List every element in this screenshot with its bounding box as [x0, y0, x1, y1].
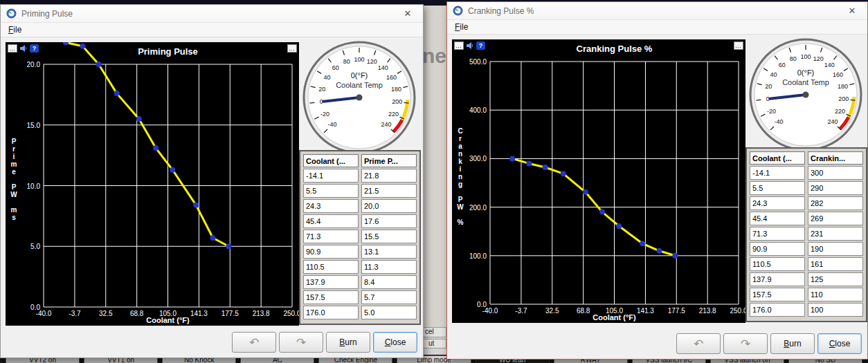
cranking-pulse-chart[interactable]: -40.0-3.732.568.8105.0141.3177.5213.8250…: [452, 39, 745, 323]
svg-text:141.3: 141.3: [190, 310, 208, 317]
svg-text:250.0: 250.0: [283, 310, 299, 317]
table-cell[interactable]: 290: [808, 181, 863, 195]
burn-button[interactable]: Burn: [770, 333, 815, 354]
svg-text:Priming Pulse: Priming Pulse: [138, 46, 198, 57]
app-icon: [453, 6, 463, 16]
menu-file[interactable]: File: [452, 22, 471, 32]
table-header: Coolant (...: [303, 154, 359, 167]
svg-text:200: 200: [838, 95, 849, 102]
table-cell[interactable]: 8.4: [361, 275, 417, 289]
undo-button[interactable]: ↶: [232, 332, 276, 353]
chart-menu-icon[interactable]: …: [287, 44, 297, 53]
svg-text:213.8: 213.8: [253, 310, 270, 317]
svg-text:220: 220: [388, 111, 399, 118]
svg-text:Cranking Pulse %: Cranking Pulse %: [577, 44, 653, 54]
table-cell[interactable]: 231: [808, 227, 863, 241]
speaker-icon[interactable]: [466, 41, 474, 50]
svg-text:180: 180: [391, 86, 401, 93]
table-cell[interactable]: 100: [808, 303, 863, 317]
table-cell[interactable]: 45.4: [303, 214, 359, 228]
close-icon[interactable]: ✕: [398, 8, 417, 19]
background-partial-button[interactable]: ut: [423, 339, 446, 348]
table-cell[interactable]: 71.3: [750, 227, 805, 241]
table-cell[interactable]: 15.5: [361, 230, 417, 243]
svg-text:80: 80: [790, 55, 797, 62]
svg-text:W: W: [10, 191, 17, 198]
priming-pulse-chart[interactable]: -40.0-3.732.568.8105.0141.3177.5213.8250…: [6, 42, 299, 326]
table-cell[interactable]: 13.1: [361, 245, 417, 259]
titlebar[interactable]: Priming Pulse ✕: [1, 5, 423, 23]
help-icon[interactable]: ?: [30, 44, 39, 53]
speaker-icon[interactable]: [19, 44, 28, 53]
table-cell[interactable]: 90.9: [750, 242, 805, 256]
help-icon[interactable]: ?: [476, 41, 485, 50]
table-cell[interactable]: 17.6: [361, 214, 417, 228]
close-icon[interactable]: ✕: [842, 6, 862, 16]
table-cell[interactable]: 110: [808, 288, 863, 301]
svg-text:-20: -20: [320, 111, 329, 118]
table-cell[interactable]: 125: [808, 272, 863, 286]
titlebar[interactable]: Cranking Pulse % ✕: [447, 2, 867, 20]
redo-button[interactable]: ↷: [279, 332, 323, 353]
menubar: File: [447, 20, 867, 35]
table-cell[interactable]: 137.9: [750, 272, 805, 286]
burn-button[interactable]: Burn: [326, 332, 370, 353]
table-cell[interactable]: 71.3: [303, 230, 359, 243]
svg-text:32.5: 32.5: [99, 310, 113, 317]
detach-chart-icon[interactable]: …: [8, 44, 17, 53]
table-cell[interactable]: 176.0: [750, 303, 805, 317]
table-cell[interactable]: 11.3: [361, 260, 417, 274]
svg-text:m: m: [11, 206, 17, 214]
table-cell[interactable]: 282: [808, 196, 863, 210]
table-cell[interactable]: 21.5: [361, 184, 417, 198]
table-cell[interactable]: 5.7: [361, 290, 417, 304]
table-cell[interactable]: 45.4: [750, 212, 805, 225]
svg-text:W: W: [457, 203, 464, 211]
table-cell[interactable]: 269: [808, 212, 863, 225]
table-cell[interactable]: 90.9: [303, 245, 359, 259]
table-cell[interactable]: 5.0: [361, 306, 417, 319]
table-cell[interactable]: 20.0: [361, 199, 417, 213]
dialog-buttons: ↶ ↷ Burn Close: [676, 333, 862, 354]
close-button[interactable]: Close: [373, 332, 417, 353]
svg-text:-3.7: -3.7: [69, 310, 81, 317]
redo-icon: ↷: [296, 335, 306, 350]
table-cell[interactable]: 5.5: [750, 181, 805, 195]
svg-text:-40: -40: [775, 118, 784, 125]
svg-text:Coolant (°F): Coolant (°F): [146, 316, 190, 324]
svg-text:180: 180: [838, 83, 848, 90]
detach-chart-icon[interactable]: …: [454, 41, 464, 50]
table-cell[interactable]: 110.5: [303, 260, 359, 274]
table-cell[interactable]: 5.5: [303, 184, 359, 198]
svg-text:-3.7: -3.7: [515, 307, 527, 315]
close-button[interactable]: Close: [817, 333, 862, 354]
table-cell[interactable]: 24.3: [303, 199, 359, 213]
table-cell[interactable]: 190: [808, 242, 863, 256]
redo-button[interactable]: ↷: [723, 333, 768, 354]
table-cell[interactable]: 300: [808, 166, 863, 180]
menu-file[interactable]: File: [6, 25, 24, 35]
table-cell[interactable]: 161: [808, 257, 863, 271]
table-cell[interactable]: 24.3: [750, 196, 805, 210]
svg-text:k: k: [458, 158, 462, 165]
svg-text:Coolant Temp: Coolant Temp: [782, 78, 829, 86]
table-cell[interactable]: 110.5: [750, 257, 805, 271]
svg-text:60: 60: [332, 64, 339, 71]
svg-text:100.0: 100.0: [469, 252, 487, 260]
table-cell[interactable]: -14.1: [303, 169, 359, 183]
table-cell[interactable]: 157.5: [750, 288, 805, 301]
table-cell[interactable]: 21.8: [361, 169, 417, 183]
svg-text:r: r: [12, 145, 15, 153]
undo-button[interactable]: ↶: [676, 333, 721, 354]
table-cell[interactable]: 176.0: [303, 306, 359, 319]
svg-text:200.0: 200.0: [469, 204, 487, 212]
svg-text:5.0: 5.0: [30, 243, 40, 250]
table-cell[interactable]: 157.5: [303, 290, 359, 304]
undo-icon: ↶: [249, 335, 259, 350]
chart-menu-icon[interactable]: …: [734, 41, 743, 50]
svg-text:0(°F): 0(°F): [797, 68, 815, 77]
table-cell[interactable]: 137.9: [303, 275, 359, 289]
background-partial-button-cancel[interactable]: cel: [423, 327, 446, 337]
table-cell[interactable]: -14.1: [750, 166, 805, 180]
undo-icon: ↶: [694, 337, 703, 351]
